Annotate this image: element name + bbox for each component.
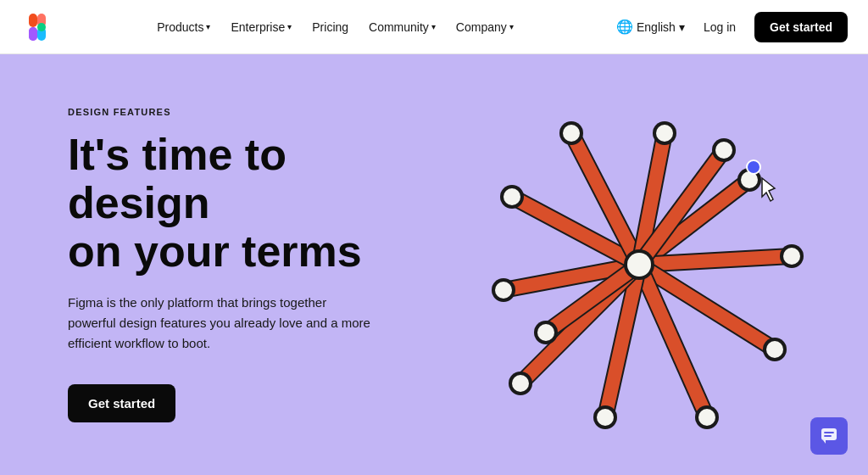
chevron-down-icon: ▾ — [431, 22, 436, 31]
svg-line-10 — [639, 256, 792, 265]
svg-point-50 — [563, 125, 580, 142]
nav-right: 🌐 English ▾ Log in Get started — [616, 12, 848, 42]
svg-rect-0 — [29, 14, 37, 27]
hero-illustration — [461, 87, 817, 443]
svg-point-46 — [495, 282, 512, 299]
svg-point-52 — [656, 125, 673, 142]
hero-section: Design Features It's time to design on y… — [0, 54, 868, 475]
svg-point-54 — [715, 142, 732, 159]
chevron-down-icon: ▾ — [509, 22, 514, 31]
svg-point-32 — [627, 253, 651, 277]
svg-point-4 — [37, 23, 46, 31]
login-link[interactable]: Log in — [695, 15, 744, 39]
language-selector[interactable]: 🌐 English ▾ — [616, 19, 685, 35]
svg-point-48 — [504, 188, 520, 205]
globe-icon: 🌐 — [616, 19, 633, 35]
hero-content: Design Features It's time to design on y… — [0, 107, 441, 423]
chat-icon — [820, 427, 838, 445]
svg-marker-58 — [762, 178, 775, 201]
nav-company[interactable]: Company ▾ — [448, 15, 522, 39]
nav-pricing[interactable]: Pricing — [303, 15, 357, 39]
svg-point-44 — [512, 375, 529, 392]
nav-products[interactable]: Products ▾ — [148, 15, 219, 39]
svg-point-36 — [783, 248, 800, 265]
logo[interactable] — [20, 10, 54, 44]
chevron-down-icon: ▾ — [287, 22, 292, 31]
svg-point-38 — [766, 341, 783, 358]
svg-point-40 — [698, 409, 715, 426]
nav-enterprise[interactable]: Enterprise ▾ — [222, 15, 300, 39]
svg-point-56 — [537, 324, 554, 341]
hero-title: It's time to design on your terms — [68, 131, 373, 277]
svg-point-6 — [29, 30, 37, 38]
svg-rect-59 — [821, 428, 837, 440]
nav-community[interactable]: Community ▾ — [360, 15, 444, 39]
get-started-button[interactable]: Get started — [754, 12, 848, 42]
svg-point-42 — [597, 409, 614, 426]
navbar: Products ▾ Enterprise ▾ Pricing Communit… — [0, 0, 868, 54]
svg-point-57 — [747, 160, 760, 174]
hero-description: Figma is the only platform that brings t… — [68, 293, 373, 354]
nav-links: Products ▾ Enterprise ▾ Pricing Communit… — [148, 15, 522, 39]
hero-tag: Design Features — [68, 107, 373, 117]
chevron-down-icon: ▾ — [679, 20, 685, 34]
chat-button[interactable] — [810, 417, 848, 455]
hero-cta-button[interactable]: Get started — [68, 384, 175, 422]
chevron-down-icon: ▾ — [206, 22, 210, 31]
